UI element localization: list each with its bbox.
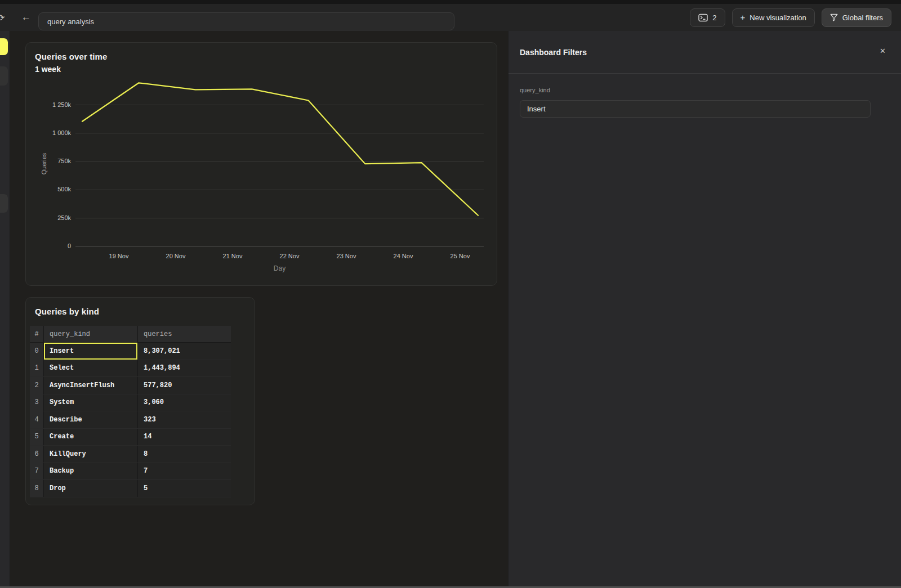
y-tick-label: 500k xyxy=(35,186,71,192)
y-tick-label: 1 000k xyxy=(35,129,71,136)
line-chart: Queries 0250k500k750k1 000k1 250k 19 Nov… xyxy=(35,77,484,279)
topbar: ⟳ ← 2 + New visualization Global filters xyxy=(0,4,901,31)
chart-subtitle: 1 week xyxy=(35,65,61,74)
table-row: 0Insert8,307,021 xyxy=(30,343,231,360)
topbar-actions: 2 + New visualization Global filters xyxy=(690,4,891,31)
y-tick-label: 0 xyxy=(35,243,71,249)
sidebar-item-1[interactable] xyxy=(0,66,8,86)
table-row: 4Describe323 xyxy=(30,411,231,429)
line-chart-plot-area[interactable] xyxy=(75,77,484,246)
queries-by-kind-card: Queries by kind #query_kindqueries 0Inse… xyxy=(25,297,255,505)
table-row: 7Backup7 xyxy=(30,463,231,481)
table-row: 1Select1,443,894 xyxy=(30,360,231,378)
funnel-icon xyxy=(830,14,838,21)
column-header-index: # xyxy=(30,326,44,342)
query-kind-cell[interactable]: Create xyxy=(44,429,138,446)
queries-value-cell[interactable]: 3,060 xyxy=(138,394,231,411)
window-top-edge xyxy=(0,0,901,4)
x-axis-tick-labels: 19 Nov20 Nov21 Nov22 Nov23 Nov24 Nov25 N… xyxy=(75,253,484,262)
queries-over-time-card: Queries over time 1 week Queries 0250k50… xyxy=(25,42,497,286)
table-row: 2AsyncInsertFlush577,820 xyxy=(30,377,231,394)
queries-value-cell[interactable]: 8 xyxy=(138,446,231,463)
table-body: 0Insert8,307,0211Select1,443,8942AsyncIn… xyxy=(30,343,231,497)
queries-line-series xyxy=(82,83,478,215)
queries-value-cell[interactable]: 8,307,021 xyxy=(138,343,231,360)
left-sidebar xyxy=(0,31,10,588)
query-kind-cell[interactable]: Backup xyxy=(44,463,138,480)
table-row: 5Create14 xyxy=(30,429,231,446)
row-index-cell: 3 xyxy=(30,394,44,411)
query-kind-cell[interactable]: AsyncInsertFlush xyxy=(44,377,138,394)
console-tab-count-button[interactable]: 2 xyxy=(690,8,725,27)
queries-value-cell[interactable]: 323 xyxy=(138,411,231,428)
filters-panel-header: Dashboard Filters ✕ xyxy=(509,31,901,74)
table-header-row: #query_kindqueries xyxy=(30,326,231,343)
plus-icon: + xyxy=(741,12,746,22)
global-filters-button[interactable]: Global filters xyxy=(822,8,891,27)
table-row: 8Drop5 xyxy=(30,480,231,497)
row-index-cell: 0 xyxy=(30,343,44,360)
x-tick-label: 21 Nov xyxy=(213,253,252,259)
queries-value-cell[interactable]: 14 xyxy=(138,429,231,446)
table-row: 3System3,060 xyxy=(30,394,231,412)
queries-value-cell[interactable]: 5 xyxy=(138,480,231,497)
queries-by-kind-table: #query_kindqueries 0Insert8,307,0211Sele… xyxy=(30,326,231,497)
queries-value-cell[interactable]: 1,443,894 xyxy=(138,360,231,377)
x-tick-label: 24 Nov xyxy=(383,253,423,259)
terminal-icon xyxy=(698,14,708,22)
query-kind-cell[interactable]: Select xyxy=(44,360,138,377)
y-tick-label: 750k xyxy=(35,158,71,164)
close-icon[interactable]: ✕ xyxy=(880,47,886,55)
refresh-glyph: ⟳ xyxy=(0,12,5,23)
column-header-query_kind: query_kind xyxy=(44,326,138,342)
new-visualization-button[interactable]: + New visualization xyxy=(732,8,815,27)
row-index-cell: 4 xyxy=(30,411,44,428)
column-header-queries: queries xyxy=(138,326,231,342)
query-kind-cell[interactable]: Drop xyxy=(44,480,138,497)
back-button[interactable]: ← xyxy=(21,4,31,31)
sidebar-item-active[interactable] xyxy=(0,38,8,55)
back-arrow-icon: ← xyxy=(21,12,31,23)
query-kind-cell[interactable]: KillQuery xyxy=(44,446,138,463)
table-title: Queries by kind xyxy=(35,307,99,316)
dashboard-filters-panel: Dashboard Filters ✕ query_kind xyxy=(508,31,901,588)
queries-value-cell[interactable]: 7 xyxy=(138,463,231,480)
query-kind-cell-selected[interactable]: Insert xyxy=(44,343,138,360)
refresh-icon[interactable]: ⟳ xyxy=(0,4,5,31)
row-index-cell: 1 xyxy=(30,360,44,377)
x-tick-label: 23 Nov xyxy=(327,253,366,259)
row-index-cell: 7 xyxy=(30,463,44,480)
filters-panel-title: Dashboard Filters xyxy=(520,48,587,57)
row-index-cell: 8 xyxy=(30,480,44,497)
sidebar-item-2[interactable] xyxy=(0,194,8,213)
queries-value-cell[interactable]: 577,820 xyxy=(138,377,231,394)
x-axis-title: Day xyxy=(75,264,484,272)
table-row: 6KillQuery8 xyxy=(30,446,231,463)
query-kind-filter-input[interactable] xyxy=(520,100,871,118)
row-index-cell: 6 xyxy=(30,446,44,463)
row-index-cell: 2 xyxy=(30,377,44,394)
x-tick-label: 20 Nov xyxy=(156,253,195,259)
row-index-cell: 5 xyxy=(30,429,44,446)
x-tick-label: 19 Nov xyxy=(99,253,139,259)
y-tick-label: 250k xyxy=(35,214,71,221)
y-tick-label: 1 250k xyxy=(35,101,71,108)
global-filters-label: Global filters xyxy=(842,14,883,22)
dashboard-canvas: Queries over time 1 week Queries 0250k50… xyxy=(10,31,508,588)
filter-field-label: query_kind xyxy=(520,87,550,93)
query-kind-cell[interactable]: Describe xyxy=(44,411,138,428)
query-kind-cell[interactable]: System xyxy=(44,394,138,411)
x-tick-label: 22 Nov xyxy=(270,253,309,259)
tab-count: 2 xyxy=(712,14,716,22)
new-visualization-label: New visualization xyxy=(750,14,806,22)
dashboard-title-input[interactable] xyxy=(38,12,454,30)
chart-title: Queries over time xyxy=(35,52,107,61)
x-tick-label: 25 Nov xyxy=(440,253,480,259)
y-axis-tick-labels: 0250k500k750k1 000k1 250k xyxy=(35,77,71,246)
